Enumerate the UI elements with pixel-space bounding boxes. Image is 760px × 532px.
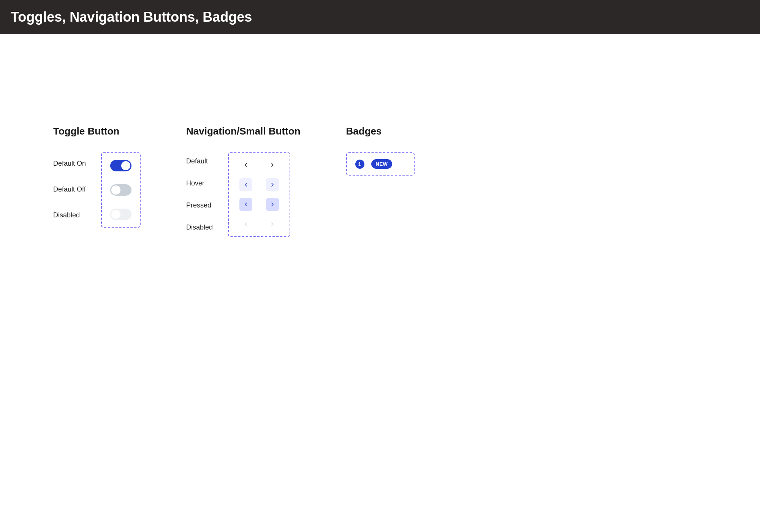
nav-section: Navigation/Small Button Default Hover Pr… — [186, 125, 300, 237]
nav-row-default — [239, 158, 279, 171]
page-header: Toggles, Navigation Buttons, Badges — [0, 0, 760, 34]
page-title: Toggles, Navigation Buttons, Badges — [11, 9, 252, 25]
nav-state-label-hover: Hover — [186, 177, 213, 190]
toggle-disabled — [110, 209, 131, 220]
chevron-right-icon — [269, 201, 276, 207]
chevron-left-icon — [243, 182, 249, 188]
nav-row-pressed — [239, 198, 279, 211]
toggle-state-label-disabled: Disabled — [53, 209, 86, 222]
nav-next-button-disabled — [266, 218, 279, 231]
badges-section-title: Badges — [346, 125, 415, 137]
nav-prev-button-hover[interactable] — [239, 178, 252, 191]
toggle-section-title: Toggle Button — [53, 125, 141, 137]
nav-row-hover — [239, 178, 279, 191]
badge-count: 1 — [355, 160, 364, 169]
badges-section: Badges 1 NEW — [346, 125, 415, 176]
toggle-state-label-on: Default On — [53, 157, 86, 170]
nav-state-label-pressed: Pressed — [186, 199, 213, 212]
nav-examples-box — [228, 152, 290, 237]
toggle-labels-column: Default On Default Off Disabled — [53, 152, 86, 222]
toggle-state-label-off: Default Off — [53, 183, 86, 196]
nav-next-button-default[interactable] — [266, 158, 279, 171]
toggle-knob-icon — [111, 210, 120, 219]
nav-prev-button-default[interactable] — [239, 158, 252, 171]
toggle-section: Toggle Button Default On Default Off Dis… — [53, 125, 141, 228]
nav-next-button-pressed[interactable] — [266, 198, 279, 211]
toggle-on[interactable] — [110, 160, 131, 171]
chevron-left-icon — [243, 162, 249, 168]
chevron-left-icon — [243, 201, 249, 207]
nav-section-body: Default Hover Pressed Disabled — [186, 152, 300, 237]
chevron-right-icon — [269, 162, 276, 168]
toggle-off[interactable] — [110, 184, 131, 196]
nav-section-title: Navigation/Small Button — [186, 125, 300, 137]
toggle-examples-box — [101, 152, 141, 228]
nav-prev-button-pressed[interactable] — [239, 198, 252, 211]
toggle-section-body: Default On Default Off Disabled — [53, 152, 141, 228]
chevron-right-icon — [269, 221, 276, 227]
chevron-right-icon — [269, 182, 276, 188]
nav-labels-column: Default Hover Pressed Disabled — [186, 152, 213, 234]
toggle-knob-icon — [111, 185, 120, 195]
nav-row-disabled — [239, 218, 279, 231]
nav-state-label-default: Default — [186, 155, 213, 168]
badges-examples-box: 1 NEW — [346, 152, 415, 176]
toggle-knob-icon — [121, 161, 130, 170]
chevron-left-icon — [243, 221, 249, 227]
nav-state-label-disabled: Disabled — [186, 221, 213, 234]
content-area: Toggle Button Default On Default Off Dis… — [0, 34, 760, 237]
badge-text: NEW — [371, 159, 393, 169]
nav-prev-button-disabled — [239, 218, 252, 231]
nav-next-button-hover[interactable] — [266, 178, 279, 191]
